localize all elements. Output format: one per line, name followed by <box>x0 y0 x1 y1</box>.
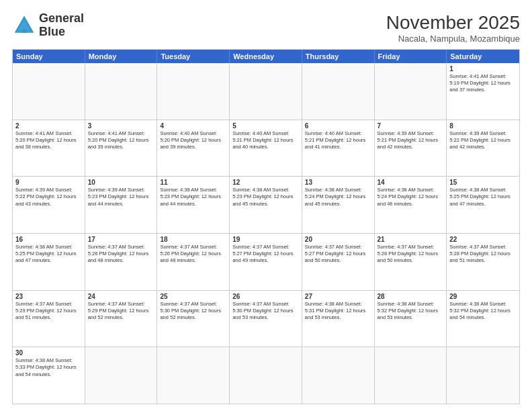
day-number: 22 <box>449 236 517 243</box>
day-info: Sunrise: 4:37 AM Sunset: 5:29 PM Dayligh… <box>88 301 154 321</box>
day-info: Sunrise: 4:38 AM Sunset: 5:32 PM Dayligh… <box>449 301 517 321</box>
day-number: 1 <box>449 65 517 73</box>
calendar-cell: 21Sunrise: 4:37 AM Sunset: 5:28 PM Dayli… <box>375 234 447 290</box>
calendar-cell: 4Sunrise: 4:40 AM Sunset: 5:20 PM Daylig… <box>157 120 230 177</box>
day-number: 14 <box>378 179 444 186</box>
day-info: Sunrise: 4:38 AM Sunset: 5:24 PM Dayligh… <box>305 187 371 207</box>
day-info: Sunrise: 4:37 AM Sunset: 5:27 PM Dayligh… <box>305 244 371 264</box>
calendar-row-1: 1Sunrise: 4:41 AM Sunset: 5:19 PM Daylig… <box>13 63 519 120</box>
calendar-body: 1Sunrise: 4:41 AM Sunset: 5:19 PM Daylig… <box>13 63 519 404</box>
logo-text: General Blue <box>39 12 84 39</box>
calendar-cell: 12Sunrise: 4:38 AM Sunset: 5:23 PM Dayli… <box>230 177 302 233</box>
day-number: 8 <box>449 122 517 130</box>
calendar-cell: 16Sunrise: 4:38 AM Sunset: 5:25 PM Dayli… <box>13 234 85 290</box>
day-number: 26 <box>232 293 299 300</box>
day-number: 27 <box>305 293 371 300</box>
day-info: Sunrise: 4:40 AM Sunset: 5:20 PM Dayligh… <box>160 130 226 150</box>
day-info: Sunrise: 4:39 AM Sunset: 5:22 PM Dayligh… <box>449 130 517 150</box>
calendar-cell: 13Sunrise: 4:38 AM Sunset: 5:24 PM Dayli… <box>302 177 375 233</box>
day-info: Sunrise: 4:38 AM Sunset: 5:25 PM Dayligh… <box>15 244 82 264</box>
day-number: 29 <box>449 293 517 300</box>
day-info: Sunrise: 4:38 AM Sunset: 5:23 PM Dayligh… <box>160 187 226 207</box>
location-subtitle: Nacala, Nampula, Mozambique <box>386 34 520 44</box>
day-info: Sunrise: 4:38 AM Sunset: 5:25 PM Dayligh… <box>449 187 517 207</box>
calendar-row-2: 2Sunrise: 4:41 AM Sunset: 5:20 PM Daylig… <box>13 120 519 177</box>
calendar-header: SundayMondayTuesdayWednesdayThursdayFrid… <box>13 50 519 63</box>
calendar: SundayMondayTuesdayWednesdayThursdayFrid… <box>12 49 520 404</box>
calendar-cell: 22Sunrise: 4:37 AM Sunset: 5:28 PM Dayli… <box>447 234 519 290</box>
calendar-cell: 3Sunrise: 4:41 AM Sunset: 5:20 PM Daylig… <box>85 120 158 177</box>
day-number: 13 <box>305 179 371 186</box>
calendar-cell <box>230 63 302 120</box>
calendar-cell: 20Sunrise: 4:37 AM Sunset: 5:27 PM Dayli… <box>302 234 375 290</box>
day-number: 20 <box>305 236 371 243</box>
calendar-cell: 26Sunrise: 4:37 AM Sunset: 5:30 PM Dayli… <box>230 291 302 347</box>
day-info: Sunrise: 4:37 AM Sunset: 5:30 PM Dayligh… <box>160 301 226 321</box>
calendar-cell: 5Sunrise: 4:40 AM Sunset: 5:21 PM Daylig… <box>230 120 302 177</box>
day-number: 28 <box>378 293 444 300</box>
header-day-friday: Friday <box>375 50 447 63</box>
calendar-cell: 9Sunrise: 4:39 AM Sunset: 5:22 PM Daylig… <box>13 177 85 233</box>
svg-rect-2 <box>21 29 26 32</box>
day-info: Sunrise: 4:38 AM Sunset: 5:33 PM Dayligh… <box>15 357 82 377</box>
day-info: Sunrise: 4:41 AM Sunset: 5:20 PM Dayligh… <box>88 130 154 150</box>
calendar-cell <box>157 63 230 120</box>
calendar-cell <box>302 63 375 120</box>
calendar-cell: 19Sunrise: 4:37 AM Sunset: 5:27 PM Dayli… <box>230 234 302 290</box>
calendar-cell <box>302 347 375 404</box>
logo: General Blue <box>12 12 84 39</box>
day-info: Sunrise: 4:39 AM Sunset: 5:23 PM Dayligh… <box>88 187 154 207</box>
calendar-cell: 11Sunrise: 4:38 AM Sunset: 5:23 PM Dayli… <box>157 177 230 233</box>
calendar-cell: 17Sunrise: 4:37 AM Sunset: 5:26 PM Dayli… <box>85 234 158 290</box>
day-info: Sunrise: 4:40 AM Sunset: 5:21 PM Dayligh… <box>305 130 371 150</box>
day-number: 23 <box>15 293 82 300</box>
day-number: 25 <box>160 293 226 300</box>
calendar-row-5: 23Sunrise: 4:37 AM Sunset: 5:29 PM Dayli… <box>13 290 519 347</box>
header-day-monday: Monday <box>85 50 158 63</box>
calendar-cell: 30Sunrise: 4:38 AM Sunset: 5:33 PM Dayli… <box>13 347 85 404</box>
logo-icon <box>12 13 36 38</box>
day-number: 24 <box>88 293 154 300</box>
calendar-cell <box>157 347 230 404</box>
calendar-cell <box>230 347 302 404</box>
header-day-tuesday: Tuesday <box>157 50 230 63</box>
day-info: Sunrise: 4:38 AM Sunset: 5:32 PM Dayligh… <box>378 301 444 321</box>
header-day-sunday: Sunday <box>13 50 85 63</box>
day-number: 10 <box>88 179 154 186</box>
calendar-cell: 29Sunrise: 4:38 AM Sunset: 5:32 PM Dayli… <box>447 291 519 347</box>
day-number: 9 <box>15 179 82 186</box>
day-number: 11 <box>160 179 226 186</box>
header-day-wednesday: Wednesday <box>230 50 302 63</box>
day-info: Sunrise: 4:41 AM Sunset: 5:19 PM Dayligh… <box>449 73 517 93</box>
month-title: November 2025 <box>386 12 520 34</box>
day-info: Sunrise: 4:37 AM Sunset: 5:28 PM Dayligh… <box>449 244 517 264</box>
day-info: Sunrise: 4:37 AM Sunset: 5:26 PM Dayligh… <box>88 244 154 264</box>
day-info: Sunrise: 4:38 AM Sunset: 5:31 PM Dayligh… <box>305 301 371 321</box>
day-info: Sunrise: 4:40 AM Sunset: 5:21 PM Dayligh… <box>232 130 299 150</box>
calendar-cell: 2Sunrise: 4:41 AM Sunset: 5:20 PM Daylig… <box>13 120 85 177</box>
day-number: 4 <box>160 122 226 130</box>
calendar-cell: 23Sunrise: 4:37 AM Sunset: 5:29 PM Dayli… <box>13 291 85 347</box>
calendar-cell <box>447 347 519 404</box>
calendar-cell: 8Sunrise: 4:39 AM Sunset: 5:22 PM Daylig… <box>447 120 519 177</box>
calendar-cell: 27Sunrise: 4:38 AM Sunset: 5:31 PM Dayli… <box>302 291 375 347</box>
calendar-cell: 24Sunrise: 4:37 AM Sunset: 5:29 PM Dayli… <box>85 291 158 347</box>
day-number: 7 <box>378 122 444 130</box>
day-info: Sunrise: 4:39 AM Sunset: 5:21 PM Dayligh… <box>378 130 444 150</box>
calendar-cell <box>375 347 447 404</box>
day-number: 18 <box>160 236 226 243</box>
day-info: Sunrise: 4:38 AM Sunset: 5:24 PM Dayligh… <box>378 187 444 207</box>
header-day-saturday: Saturday <box>447 50 519 63</box>
day-number: 2 <box>15 122 82 130</box>
calendar-row-3: 9Sunrise: 4:39 AM Sunset: 5:22 PM Daylig… <box>13 176 519 233</box>
calendar-row-6: 30Sunrise: 4:38 AM Sunset: 5:33 PM Dayli… <box>13 347 519 404</box>
day-number: 30 <box>15 349 82 357</box>
header-day-thursday: Thursday <box>302 50 375 63</box>
day-number: 12 <box>232 179 299 186</box>
calendar-cell: 25Sunrise: 4:37 AM Sunset: 5:30 PM Dayli… <box>157 291 230 347</box>
day-number: 15 <box>449 179 517 186</box>
calendar-cell <box>13 63 85 120</box>
day-info: Sunrise: 4:41 AM Sunset: 5:20 PM Dayligh… <box>15 130 82 150</box>
calendar-row-4: 16Sunrise: 4:38 AM Sunset: 5:25 PM Dayli… <box>13 233 519 290</box>
day-number: 6 <box>305 122 371 130</box>
